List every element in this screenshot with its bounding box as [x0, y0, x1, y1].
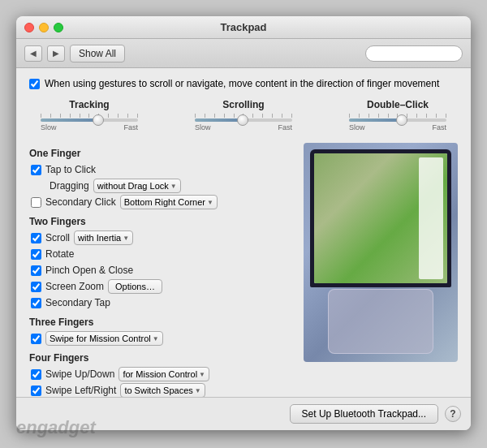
swipe-up-down-label: Swipe Up/Down: [45, 368, 114, 380]
three-finger-header: Three Fingers: [29, 317, 292, 328]
swipe-up-down-dropdown-value: for Mission Control: [123, 369, 197, 379]
double-click-fast: Fast: [432, 123, 446, 131]
swipe-left-right-checkbox[interactable]: [31, 386, 41, 396]
preview-screen: [314, 153, 447, 283]
search-input[interactable]: [373, 49, 455, 58]
scrolling-thumb[interactable]: [237, 114, 248, 126]
dragging-row: Dragging without Drag Lock ▼: [29, 179, 292, 193]
tap-to-click-checkbox[interactable]: [31, 165, 41, 175]
scroll-checkbox[interactable]: [31, 233, 41, 243]
tracking-slider-group: Tracking Slow Fast: [32, 99, 146, 131]
search-box: [365, 45, 463, 62]
back-button[interactable]: ◀: [24, 45, 42, 62]
scroll-direction-checkbox[interactable]: [29, 79, 40, 89]
swipe-left-right-dropdown-value: to Switch Spaces: [124, 386, 192, 395]
swipe-mission-control-dropdown-arrow: ▼: [153, 335, 159, 342]
double-click-slow: Slow: [349, 123, 365, 131]
double-click-thumb[interactable]: [396, 114, 407, 126]
content-area: When using gestures to scroll or navigat…: [16, 68, 471, 397]
dragging-dropdown-arrow: ▼: [170, 183, 177, 190]
secondary-click-dropdown-value: Bottom Right Corner: [124, 197, 205, 207]
tracking-fast: Fast: [123, 123, 138, 131]
scrolling-fast: Fast: [278, 123, 292, 131]
pinch-open-close-checkbox[interactable]: [31, 265, 41, 276]
settings-panel: One Finger Tap to Click Dragging without…: [29, 143, 292, 397]
swipe-left-right-row: Swipe Left/Right to Switch Spaces ▼: [29, 383, 292, 397]
secondary-click-label: Secondary Click: [45, 196, 116, 208]
two-finger-header: Two Fingers: [29, 216, 292, 227]
secondary-click-dropdown-arrow: ▼: [207, 199, 213, 206]
pinch-open-close-row: Pinch Open & Close: [29, 263, 292, 278]
swipe-up-down-row: Swipe Up/Down for Mission Control ▼: [29, 367, 292, 381]
show-all-button[interactable]: Show All: [70, 45, 125, 62]
preview-trackpad: [328, 289, 433, 354]
preview-image: [314, 153, 447, 283]
tracking-slow: Slow: [41, 123, 57, 131]
swipe-mission-control-dropdown-value: Swipe for Mission Control: [50, 334, 151, 343]
swipe-up-down-dropdown-arrow: ▼: [199, 371, 205, 378]
preview-laptop: [310, 149, 451, 287]
secondary-click-dropdown[interactable]: Bottom Right Corner ▼: [120, 195, 218, 209]
scroll-dropdown-value: with Inertia: [78, 233, 121, 243]
secondary-tap-label: Secondary Tap: [45, 297, 110, 308]
swipe-up-down-dropdown[interactable]: for Mission Control ▼: [119, 367, 209, 381]
double-click-label: Double–Click: [367, 99, 429, 110]
one-finger-header: One Finger: [29, 148, 292, 159]
scrolling-slow: Slow: [195, 123, 211, 131]
scroll-direction-label: When using gestures to scroll or navigat…: [45, 78, 439, 89]
pinch-open-close-label: Pinch Open & Close: [45, 265, 133, 276]
maximize-button[interactable]: [54, 23, 63, 32]
swipe-up-down-checkbox[interactable]: [31, 369, 41, 380]
window-title: Trackpad: [220, 21, 266, 33]
sliders-row: Tracking Slow Fast Scrolling: [29, 99, 458, 131]
close-button[interactable]: [24, 23, 34, 32]
preview-panel: [304, 143, 458, 397]
scroll-dropdown[interactable]: with Inertia ▼: [74, 230, 133, 245]
tracking-track: [41, 118, 138, 122]
tracking-label: Tracking: [69, 99, 109, 110]
tap-to-click-label: Tap to Click: [45, 164, 96, 175]
scroll-row: Scroll with Inertia ▼: [29, 230, 292, 245]
scroll-direction-row: When using gestures to scroll or navigat…: [29, 78, 458, 89]
forward-button[interactable]: ▶: [47, 45, 65, 62]
scroll-dropdown-arrow: ▼: [123, 235, 129, 242]
dragging-label: Dragging: [50, 180, 89, 192]
dragging-dropdown[interactable]: without Drag Lock ▼: [93, 179, 181, 193]
swipe-left-right-dropdown[interactable]: to Switch Spaces ▼: [120, 383, 205, 397]
double-click-slider-group: Double–Click Slow Fast: [341, 99, 455, 131]
screen-zoom-label: Screen Zoom: [45, 281, 104, 292]
rotate-label: Rotate: [45, 248, 74, 260]
preview-container: [304, 143, 458, 362]
scroll-label: Scroll: [45, 232, 70, 243]
swipe-left-right-label: Swipe Left/Right: [45, 385, 116, 396]
tap-to-click-row: Tap to Click: [29, 162, 292, 177]
engadget-watermark: engadget: [16, 417, 96, 438]
bluetooth-button[interactable]: Set Up Bluetooth Trackpad...: [290, 404, 438, 424]
swipe-mission-control-row: Swipe for Mission Control ▼: [29, 331, 292, 346]
tracking-thumb[interactable]: [93, 114, 104, 126]
four-finger-header: Four Fingers: [29, 352, 292, 364]
rotate-checkbox[interactable]: [31, 249, 41, 260]
secondary-tap-row: Secondary Tap: [29, 295, 292, 310]
help-button[interactable]: ?: [445, 406, 461, 422]
main-area: One Finger Tap to Click Dragging without…: [29, 143, 458, 397]
swipe-mission-control-checkbox[interactable]: [31, 334, 41, 344]
scrolling-label: Scrolling: [222, 99, 264, 110]
toolbar: ◀ ▶ Show All: [16, 39, 471, 68]
swipe-left-right-dropdown-arrow: ▼: [195, 387, 201, 394]
rotate-row: Rotate: [29, 247, 292, 261]
screen-zoom-row: Screen Zoom Options…: [29, 279, 292, 294]
titlebar: Trackpad: [16, 16, 471, 39]
scrolling-track: [195, 118, 292, 122]
screen-zoom-checkbox[interactable]: [31, 282, 41, 292]
swipe-mission-control-dropdown[interactable]: Swipe for Mission Control ▼: [45, 331, 163, 346]
secondary-click-checkbox[interactable]: [31, 197, 41, 208]
minimize-button[interactable]: [39, 23, 49, 32]
secondary-tap-checkbox[interactable]: [31, 298, 41, 308]
dragging-dropdown-value: without Drag Lock: [97, 181, 169, 191]
double-click-track: [349, 118, 446, 122]
traffic-lights: [24, 23, 63, 32]
screen-zoom-options-button[interactable]: Options…: [108, 279, 162, 294]
scrolling-slider-group: Scrolling Slow Fast: [187, 99, 300, 131]
secondary-click-row: Secondary Click Bottom Right Corner ▼: [29, 195, 292, 209]
